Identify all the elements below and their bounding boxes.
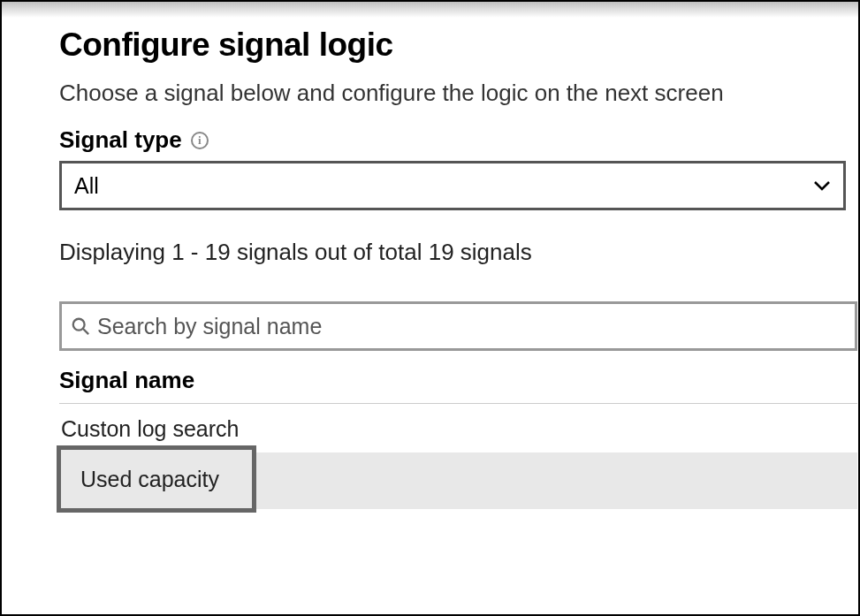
- svg-line-1: [83, 329, 88, 334]
- signal-type-dropdown[interactable]: All: [59, 161, 846, 210]
- page-title: Configure signal logic: [59, 27, 858, 64]
- search-icon: [71, 316, 90, 336]
- selection-highlight: Used capacity: [57, 445, 256, 513]
- search-input[interactable]: [97, 314, 846, 339]
- signal-type-value: All: [74, 173, 99, 199]
- svg-point-0: [73, 319, 85, 331]
- signal-name-column-header: Signal name: [59, 367, 858, 394]
- chevron-down-icon: [813, 180, 831, 191]
- signal-type-label: Signal type: [59, 126, 182, 154]
- list-item[interactable]: Custon log search: [59, 416, 858, 442]
- search-box[interactable]: [59, 301, 857, 351]
- divider: [59, 403, 857, 404]
- results-status: Displaying 1 - 19 signals out of total 1…: [59, 239, 858, 266]
- info-icon[interactable]: i: [191, 132, 209, 149]
- list-item-label: Used capacity: [80, 467, 219, 492]
- page-subtitle: Choose a signal below and configure the …: [59, 80, 858, 107]
